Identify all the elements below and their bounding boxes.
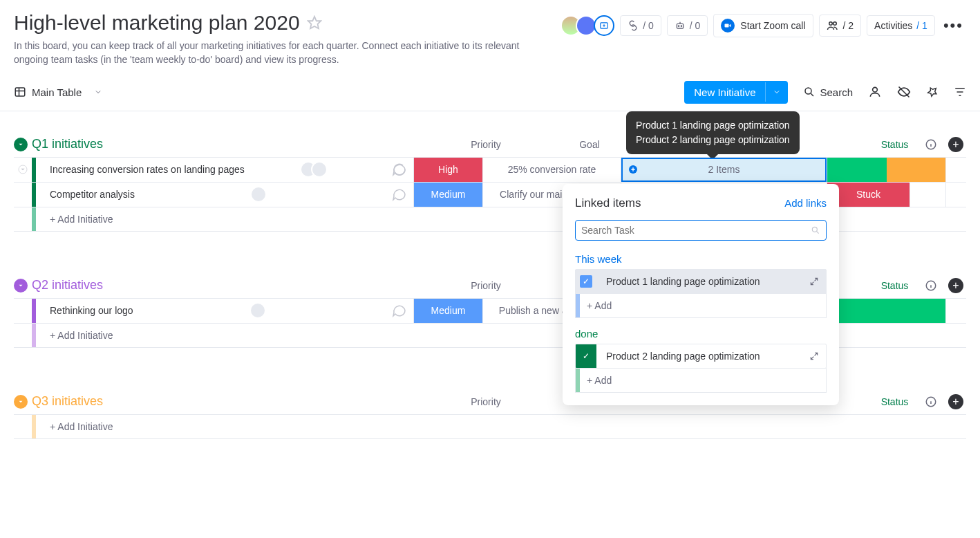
svg-marker-0	[308, 17, 320, 28]
svg-point-4	[681, 26, 681, 26]
star-icon[interactable]	[307, 15, 322, 30]
svg-point-6	[829, 22, 832, 26]
collapse-toggle-icon[interactable]	[14, 395, 28, 409]
group-header: Q1 initiatives Priority Goal Status +	[14, 132, 966, 157]
svg-rect-8	[15, 88, 25, 96]
svg-rect-5	[725, 24, 729, 28]
table-icon	[14, 86, 26, 98]
link-icon	[628, 20, 639, 31]
expand-icon[interactable]	[802, 351, 826, 361]
svg-point-9	[805, 88, 811, 94]
avatar	[249, 302, 266, 319]
add-links-button[interactable]: Add links	[784, 197, 827, 209]
add-column-icon[interactable]: +	[948, 278, 963, 293]
header-right: / 0 / 0 Start Zoom call / 2 Activities /…	[566, 11, 966, 37]
zoom-icon	[721, 19, 735, 33]
header-left: High-level marketing plan 2020 In this b…	[14, 11, 566, 67]
checkbox-icon[interactable]: ✓	[580, 350, 592, 362]
goal-cell[interactable]: 25% conversion rate	[482, 158, 621, 182]
start-zoom-button[interactable]: Start Zoom call	[713, 14, 813, 37]
status-cell[interactable]	[827, 299, 945, 323]
add-item-row[interactable]: + Add	[575, 293, 827, 318]
board-content: Product 1 landing page optimization Prod…	[0, 111, 980, 481]
filter-icon[interactable]	[954, 86, 966, 98]
expand-row-icon[interactable]	[14, 158, 32, 182]
search-button[interactable]: Search	[803, 86, 853, 98]
col-info-icon[interactable]	[925, 138, 945, 151]
chat-icon[interactable]	[391, 186, 408, 203]
board-toolbar: Main Table New Initiative Search	[0, 74, 980, 111]
linked-items-popup: Linked items Add links This week ✓ Produ…	[563, 184, 839, 405]
people-button[interactable]: / 2	[819, 15, 862, 37]
board-description: In this board, you can keep track of all…	[14, 39, 553, 67]
col-header-priority[interactable]: Priority	[451, 139, 520, 150]
add-column-icon[interactable]: +	[948, 394, 963, 409]
collapse-toggle-icon[interactable]	[14, 138, 28, 151]
new-initiative-button[interactable]: New Initiative	[684, 81, 788, 104]
member-avatars[interactable]	[566, 15, 614, 36]
avatar	[311, 161, 328, 178]
hide-icon[interactable]	[897, 85, 911, 99]
linked-items-tooltip: Product 1 landing page optimization Prod…	[626, 111, 800, 154]
priority-cell[interactable]: High	[413, 158, 482, 182]
chevron-down-icon	[94, 88, 102, 96]
checkbox-icon[interactable]: ✓	[580, 275, 592, 288]
priority-cell[interactable]: Medium	[413, 299, 482, 323]
chat-icon[interactable]	[391, 302, 408, 319]
search-task-input[interactable]	[575, 220, 827, 241]
person-filter-icon[interactable]	[868, 85, 882, 99]
linked-item[interactable]: ✓ Product 2 landing page optimization	[575, 344, 827, 369]
priority-cell[interactable]: Medium	[413, 183, 482, 207]
collapse-toggle-icon[interactable]	[14, 279, 28, 293]
view-selector[interactable]: Main Table	[14, 86, 102, 98]
popup-title: Linked items	[575, 196, 641, 210]
people-icon	[827, 19, 839, 32]
avatar	[250, 186, 267, 203]
integration-counter-2[interactable]: / 0	[667, 15, 708, 36]
share-icon[interactable]	[594, 15, 614, 36]
col-info-icon[interactable]	[925, 279, 945, 292]
chat-icon[interactable]	[391, 161, 408, 178]
group-title[interactable]: Q3 initiatives	[32, 394, 103, 409]
svg-point-10	[873, 87, 878, 92]
search-icon	[803, 86, 816, 98]
board-title: High-level marketing plan 2020	[14, 11, 300, 35]
item-name[interactable]: Rethinking our logo	[36, 299, 413, 323]
col-header-status[interactable]: Status	[865, 139, 925, 150]
svg-point-7	[833, 22, 836, 26]
table-row[interactable]: Increasing conversion rates on landing p…	[14, 157, 966, 182]
svg-point-3	[678, 26, 679, 26]
more-menu-icon[interactable]: •••	[941, 17, 966, 35]
linked-items-cell[interactable]: 2 Items	[621, 158, 827, 182]
status-cell[interactable]	[827, 158, 945, 182]
group-title[interactable]: Q2 initiatives	[32, 278, 103, 293]
item-name[interactable]: Competitor analysis	[36, 183, 413, 207]
chevron-down-icon[interactable]	[765, 82, 788, 102]
col-info-icon[interactable]	[925, 396, 945, 408]
add-column-icon[interactable]: +	[948, 137, 963, 152]
section-label: This week	[575, 253, 827, 265]
item-name[interactable]: Increasing conversion rates on landing p…	[36, 158, 413, 182]
activities-button[interactable]: Activities / 1	[867, 15, 935, 36]
robot-icon	[675, 20, 686, 31]
add-link-icon[interactable]	[627, 163, 639, 176]
search-input[interactable]	[581, 225, 811, 236]
add-item-row[interactable]: + Add	[575, 368, 827, 393]
section-label: done	[575, 328, 827, 340]
group-title[interactable]: Q1 initiatives	[32, 137, 103, 151]
svg-point-16	[812, 227, 817, 232]
status-cell[interactable]: Stuck	[827, 183, 910, 207]
expand-icon[interactable]	[802, 277, 826, 286]
linked-item[interactable]: ✓ Product 1 landing page optimization	[575, 269, 827, 294]
board-header: High-level marketing plan 2020 In this b…	[0, 0, 980, 74]
integration-counter-1[interactable]: / 0	[620, 15, 661, 36]
pin-icon[interactable]	[926, 86, 939, 98]
search-icon	[811, 225, 820, 235]
add-initiative-row[interactable]: + Add Initiative	[14, 414, 966, 439]
